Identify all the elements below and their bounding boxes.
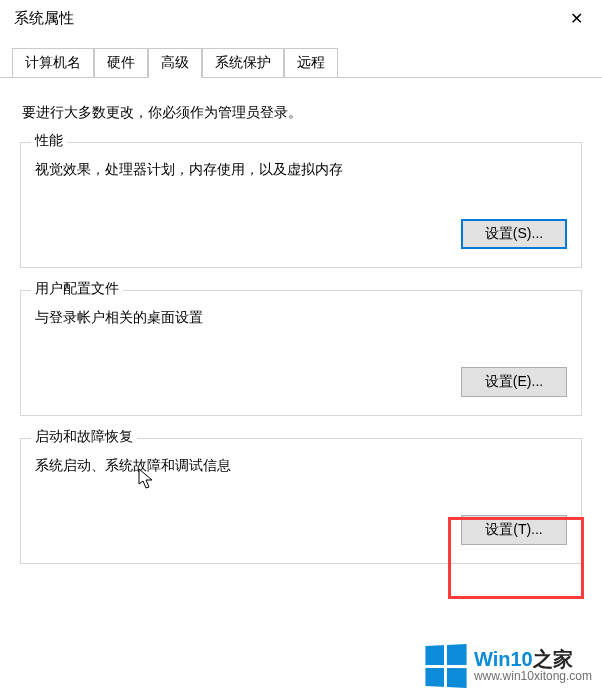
- tab-computer-name[interactable]: 计算机名: [12, 48, 94, 77]
- close-icon: ✕: [570, 9, 583, 28]
- tabstrip: 计算机名 硬件 高级 系统保护 远程: [0, 48, 602, 78]
- window-title: 系统属性: [14, 9, 74, 28]
- tab-hardware[interactable]: 硬件: [94, 48, 148, 77]
- group-performance: 性能 视觉效果，处理器计划，内存使用，以及虚拟内存 设置(S)...: [20, 142, 582, 268]
- startup-recovery-settings-button[interactable]: 设置(T)...: [461, 515, 567, 545]
- advanced-panel: 要进行大多数更改，你必须作为管理员登录。 性能 视觉效果，处理器计划，内存使用，…: [0, 78, 602, 564]
- group-performance-legend: 性能: [31, 132, 67, 150]
- admin-notice: 要进行大多数更改，你必须作为管理员登录。: [22, 104, 580, 122]
- group-user-profiles-desc: 与登录帐户相关的桌面设置: [35, 309, 567, 327]
- watermark: Win10之家 www.win10xitong.com: [424, 645, 592, 687]
- tab-advanced[interactable]: 高级: [148, 48, 202, 78]
- titlebar: 系统属性 ✕: [0, 0, 602, 36]
- close-button[interactable]: ✕: [556, 3, 596, 33]
- watermark-url: www.win10xitong.com: [474, 670, 592, 683]
- group-startup-recovery-desc: 系统启动、系统故障和调试信息: [35, 457, 567, 475]
- group-startup-recovery: 启动和故障恢复 系统启动、系统故障和调试信息 设置(T)...: [20, 438, 582, 564]
- windows-logo-icon: [425, 644, 466, 688]
- watermark-brand: Win10之家: [474, 648, 592, 670]
- group-user-profiles-legend: 用户配置文件: [31, 280, 123, 298]
- group-user-profiles: 用户配置文件 与登录帐户相关的桌面设置 设置(E)...: [20, 290, 582, 416]
- tab-remote[interactable]: 远程: [284, 48, 338, 77]
- group-performance-desc: 视觉效果，处理器计划，内存使用，以及虚拟内存: [35, 161, 567, 179]
- group-startup-recovery-legend: 启动和故障恢复: [31, 428, 137, 446]
- tab-system-protection[interactable]: 系统保护: [202, 48, 284, 77]
- user-profiles-settings-button[interactable]: 设置(E)...: [461, 367, 567, 397]
- performance-settings-button[interactable]: 设置(S)...: [461, 219, 567, 249]
